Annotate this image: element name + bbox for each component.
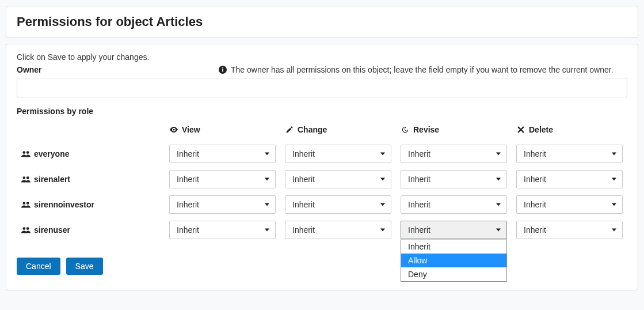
perm-select-delete[interactable]: Inherit xyxy=(516,195,623,214)
svg-point-4 xyxy=(22,151,25,154)
role-name: sirenalert xyxy=(21,175,160,184)
perm-select-revise[interactable]: Inherit xyxy=(401,221,507,239)
chevron-down-icon xyxy=(265,203,269,206)
role-label: sirenuser xyxy=(34,225,70,235)
svg-point-11 xyxy=(26,227,29,230)
perm-select-change[interactable]: Inherit xyxy=(285,145,391,163)
chevron-down-icon xyxy=(612,203,616,206)
role-label: sirennoinvestor xyxy=(34,200,94,209)
role-name: everyone xyxy=(21,149,160,158)
title-panel: Permissions for object Articles xyxy=(6,6,638,38)
users-icon xyxy=(21,175,31,184)
col-change: Change xyxy=(280,122,396,141)
role-name: sirenuser xyxy=(21,225,160,235)
dropdown-list: InheritAllowDeny xyxy=(401,239,507,282)
svg-point-9 xyxy=(26,202,29,205)
perm-select-delete[interactable]: Inherit xyxy=(516,145,623,163)
svg-point-10 xyxy=(22,227,25,230)
chevron-down-icon xyxy=(380,178,385,181)
owner-help: The owner has all permissions on this ob… xyxy=(218,65,613,74)
perm-select-change[interactable]: Inherit xyxy=(285,195,391,214)
perm-select-view[interactable]: Inherit xyxy=(169,145,276,163)
chevron-down-icon xyxy=(496,178,501,181)
permissions-panel: Click on Save to apply your changes. Own… xyxy=(6,44,638,290)
col-delete: Delete xyxy=(512,122,627,141)
chevron-down-icon xyxy=(265,178,269,181)
owner-row: Owner The owner has all permissions on t… xyxy=(17,65,627,74)
dropdown-option[interactable]: Allow xyxy=(401,254,506,267)
button-row: Cancel Save xyxy=(17,258,627,275)
permissions-table: View Change xyxy=(17,122,627,243)
chevron-down-icon xyxy=(265,153,269,156)
perm-select-delete[interactable]: Inherit xyxy=(516,221,623,239)
chevron-down-icon xyxy=(380,203,385,206)
col-view: View xyxy=(165,122,280,141)
save-hint: Click on Save to apply your changes. xyxy=(17,52,627,62)
svg-rect-1 xyxy=(222,69,223,71)
chevron-down-icon xyxy=(612,229,616,232)
chevron-down-icon xyxy=(380,153,385,156)
svg-point-7 xyxy=(26,176,29,179)
permissions-by-role-label: Permissions by role xyxy=(17,107,627,116)
chevron-down-icon xyxy=(496,203,501,206)
chevron-down-icon xyxy=(380,229,385,232)
role-name: sirennoinvestor xyxy=(21,200,160,209)
save-button[interactable]: Save xyxy=(66,258,103,275)
page-title: Permissions for object Articles xyxy=(6,6,638,37)
info-icon xyxy=(218,65,227,74)
x-icon xyxy=(516,125,525,134)
perm-select-view[interactable]: Inherit xyxy=(169,170,276,188)
perm-select-revise[interactable]: Inherit xyxy=(401,145,507,163)
cancel-button[interactable]: Cancel xyxy=(17,258,60,275)
owner-input[interactable] xyxy=(17,78,627,97)
chevron-down-icon xyxy=(496,153,501,156)
perm-select-change[interactable]: Inherit xyxy=(285,170,391,188)
perm-select-revise[interactable]: Inherit xyxy=(401,195,507,214)
perm-select-change[interactable]: Inherit xyxy=(285,221,391,239)
eye-icon xyxy=(169,125,178,134)
svg-point-6 xyxy=(22,176,25,179)
col-revise: Revise xyxy=(396,122,512,141)
svg-point-8 xyxy=(22,202,25,205)
users-icon xyxy=(21,200,31,209)
svg-point-2 xyxy=(222,67,223,69)
table-row: sirenalertInheritInheritInheritInherit xyxy=(17,167,627,192)
svg-point-3 xyxy=(173,129,175,131)
chevron-down-icon xyxy=(265,229,269,232)
chevron-down-icon xyxy=(612,178,616,181)
owner-label: Owner xyxy=(17,65,218,74)
role-label: sirenalert xyxy=(34,175,70,184)
role-label: everyone xyxy=(34,149,69,158)
dropdown-option[interactable]: Deny xyxy=(401,267,506,281)
pencil-icon xyxy=(285,125,294,134)
perm-select-view[interactable]: Inherit xyxy=(169,221,276,239)
owner-help-text: The owner has all permissions on this ob… xyxy=(231,65,613,74)
dropdown-option[interactable]: Inherit xyxy=(401,240,506,254)
perm-select-revise[interactable]: Inherit xyxy=(401,170,507,188)
perm-select-view[interactable]: Inherit xyxy=(169,195,276,214)
history-icon xyxy=(401,125,410,134)
chevron-down-icon xyxy=(496,229,501,232)
users-icon xyxy=(21,149,31,158)
table-row: sirennoinvestorInheritInheritInheritInhe… xyxy=(17,192,627,217)
perm-select-delete[interactable]: Inherit xyxy=(516,170,623,188)
users-icon xyxy=(21,225,31,235)
table-row: sirenuserInheritInheritInheritInheritAll… xyxy=(17,217,627,243)
table-row: everyoneInheritInheritInheritInherit xyxy=(17,141,627,167)
svg-point-5 xyxy=(26,151,29,154)
chevron-down-icon xyxy=(612,153,616,156)
